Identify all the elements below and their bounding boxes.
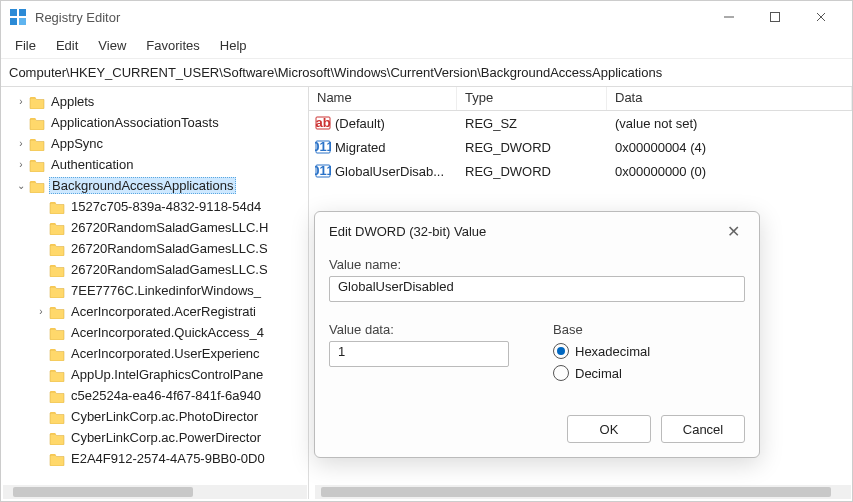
tree-item[interactable]: ›Applets — [1, 91, 308, 112]
tree-item[interactable]: 26720RandomSaladGamesLLC.S — [1, 238, 308, 259]
chevron-right-icon[interactable]: › — [13, 96, 29, 107]
tree-item[interactable]: E2A4F912-2574-4A75-9BB0-0D0 — [1, 448, 308, 469]
close-button[interactable] — [798, 1, 844, 33]
tree-item[interactable]: AcerIncorporated.UserExperienc — [1, 343, 308, 364]
tree-item[interactable]: 7EE7776C.LinkedinforWindows_ — [1, 280, 308, 301]
tree-item[interactable]: c5e2524a-ea46-4f67-841f-6a940 — [1, 385, 308, 406]
menu-favorites[interactable]: Favorites — [136, 36, 209, 55]
svg-rect-1 — [19, 9, 26, 16]
value-name: (Default) — [335, 116, 385, 131]
menu-help[interactable]: Help — [210, 36, 257, 55]
tree-item-label: 1527c705-839a-4832-9118-54d4 — [69, 199, 263, 214]
col-type[interactable]: Type — [457, 87, 607, 110]
chevron-down-icon[interactable]: ⌄ — [13, 180, 29, 191]
menu-view[interactable]: View — [88, 36, 136, 55]
folder-icon — [49, 263, 65, 277]
tree-item-label: ApplicationAssociationToasts — [49, 115, 221, 130]
tree-item[interactable]: 1527c705-839a-4832-9118-54d4 — [1, 196, 308, 217]
tree-item-label: Authentication — [49, 157, 135, 172]
radio-decimal[interactable]: Decimal — [553, 365, 745, 381]
folder-icon — [49, 284, 65, 298]
value-data: 0x00000004 (4) — [607, 140, 852, 155]
radio-dec-label: Decimal — [575, 366, 622, 381]
folder-icon — [49, 221, 65, 235]
tree-item-label: c5e2524a-ea46-4f67-841f-6a940 — [69, 388, 263, 403]
folder-icon — [49, 305, 65, 319]
tree-item-label: 26720RandomSaladGamesLLC.H — [69, 220, 270, 235]
folder-icon — [49, 452, 65, 466]
base-label: Base — [553, 322, 745, 337]
chevron-right-icon[interactable]: › — [33, 306, 49, 317]
folder-icon — [49, 200, 65, 214]
tree-item-label: AcerIncorporated.UserExperienc — [69, 346, 262, 361]
folder-icon — [49, 410, 65, 424]
column-headers: Name Type Data — [309, 87, 852, 111]
value-type: REG_SZ — [457, 116, 607, 131]
radio-hexadecimal[interactable]: Hexadecimal — [553, 343, 745, 359]
tree-item[interactable]: ›Authentication — [1, 154, 308, 175]
tree-item[interactable]: 26720RandomSaladGamesLLC.H — [1, 217, 308, 238]
value-data-input[interactable]: 1 — [329, 341, 509, 367]
folder-icon — [49, 347, 65, 361]
tree-item[interactable]: AppUp.IntelGraphicsControlPane — [1, 364, 308, 385]
svg-rect-3 — [19, 18, 26, 25]
radio-dec-icon — [553, 365, 569, 381]
folder-icon — [29, 158, 45, 172]
tree-item[interactable]: ›AcerIncorporated.AcerRegistrati — [1, 301, 308, 322]
chevron-right-icon[interactable]: › — [13, 138, 29, 149]
values-scrollbar[interactable] — [315, 485, 851, 499]
svg-text:011: 011 — [315, 139, 331, 154]
values-list: ab(Default)REG_SZ(value not set)011Migra… — [309, 111, 852, 183]
svg-rect-2 — [10, 18, 17, 25]
tree-pane[interactable]: ›AppletsApplicationAssociationToasts›App… — [1, 87, 309, 499]
tree-item[interactable]: ⌄BackgroundAccessApplications — [1, 175, 308, 196]
tree-item[interactable]: ›AppSync — [1, 133, 308, 154]
tree-item[interactable]: CyberLinkCorp.ac.PowerDirector — [1, 427, 308, 448]
minimize-button[interactable] — [706, 1, 752, 33]
value-row[interactable]: 011MigratedREG_DWORD0x00000004 (4) — [309, 135, 852, 159]
dialog-footer: OK Cancel — [315, 401, 759, 457]
tree-scrollbar[interactable] — [3, 485, 307, 499]
value-type: REG_DWORD — [457, 140, 607, 155]
folder-icon — [49, 326, 65, 340]
value-row[interactable]: 011GlobalUserDisab...REG_DWORD0x00000000… — [309, 159, 852, 183]
value-row[interactable]: ab(Default)REG_SZ(value not set) — [309, 111, 852, 135]
tree-item-label: CyberLinkCorp.ac.PowerDirector — [69, 430, 263, 445]
tree-item-label: CyberLinkCorp.ac.PhotoDirector — [69, 409, 260, 424]
tree-item[interactable]: CyberLinkCorp.ac.PhotoDirector — [1, 406, 308, 427]
menubar: File Edit View Favorites Help — [1, 33, 852, 59]
tree-item[interactable]: AcerIncorporated.QuickAccess_4 — [1, 322, 308, 343]
tree-item[interactable]: 26720RandomSaladGamesLLC.S — [1, 259, 308, 280]
tree-item-label: AppSync — [49, 136, 105, 151]
chevron-right-icon[interactable]: › — [13, 159, 29, 170]
dialog-close-button[interactable]: ✕ — [721, 222, 745, 241]
col-name[interactable]: Name — [309, 87, 457, 110]
menu-edit[interactable]: Edit — [46, 36, 88, 55]
address-bar[interactable]: Computer\HKEY_CURRENT_USER\Software\Micr… — [1, 59, 852, 87]
ok-button[interactable]: OK — [567, 415, 651, 443]
dialog-titlebar: Edit DWORD (32-bit) Value ✕ — [315, 212, 759, 251]
menu-file[interactable]: File — [5, 36, 46, 55]
tree-item-label: 7EE7776C.LinkedinforWindows_ — [69, 283, 263, 298]
value-name: Migrated — [335, 140, 386, 155]
tree-item-label: E2A4F912-2574-4A75-9BB0-0D0 — [69, 451, 267, 466]
value-data: (value not set) — [607, 116, 852, 131]
svg-rect-5 — [771, 13, 780, 22]
radio-hex-icon — [553, 343, 569, 359]
reg-sz-icon: ab — [315, 115, 331, 131]
value-data-label: Value data: — [329, 322, 529, 337]
value-type: REG_DWORD — [457, 164, 607, 179]
value-name-field[interactable]: GlobalUserDisabled — [329, 276, 745, 302]
dialog-body: Value name: GlobalUserDisabled Value dat… — [315, 257, 759, 401]
value-name-label: Value name: — [329, 257, 745, 272]
svg-text:ab: ab — [315, 115, 330, 130]
window-controls — [706, 1, 844, 33]
tree-item-label: AcerIncorporated.AcerRegistrati — [69, 304, 258, 319]
maximize-button[interactable] — [752, 1, 798, 33]
dialog-title: Edit DWORD (32-bit) Value — [329, 224, 486, 239]
col-data[interactable]: Data — [607, 87, 852, 110]
folder-icon — [29, 179, 45, 193]
tree-item[interactable]: ApplicationAssociationToasts — [1, 112, 308, 133]
edit-dword-dialog: Edit DWORD (32-bit) Value ✕ Value name: … — [314, 211, 760, 458]
cancel-button[interactable]: Cancel — [661, 415, 745, 443]
